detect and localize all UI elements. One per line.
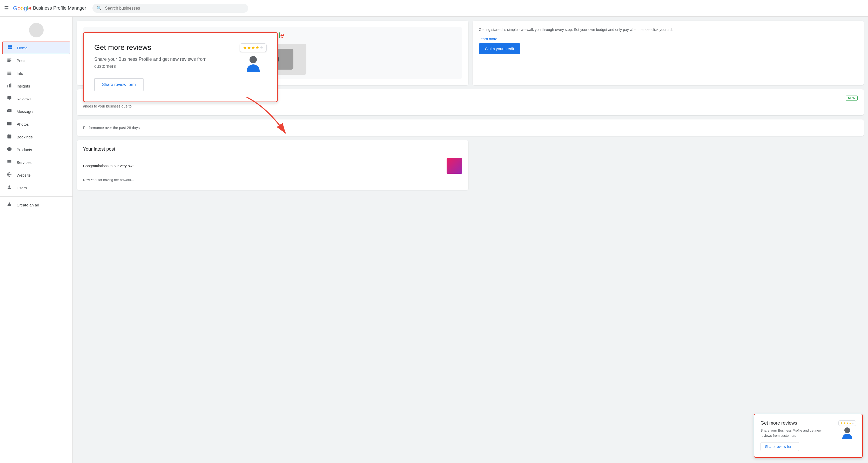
svg-rect-8 <box>7 71 11 72</box>
avatar <box>29 23 43 37</box>
svg-rect-4 <box>7 58 11 59</box>
share-review-form-button-small[interactable]: Share review form <box>761 442 799 451</box>
svg-rect-23 <box>7 160 11 161</box>
app-header: ☰ Google Business Profile Manager 🔍 <box>0 0 868 17</box>
person-icon-large <box>245 56 261 72</box>
app-title: Business Profile Manager <box>33 5 86 11</box>
svg-rect-24 <box>7 161 11 162</box>
svg-rect-7 <box>7 61 11 62</box>
menu-icon[interactable]: ☰ <box>4 5 9 11</box>
svg-rect-0 <box>8 45 10 47</box>
search-icon: 🔍 <box>97 6 102 11</box>
sidebar-item-home[interactable]: Home <box>2 41 70 54</box>
person-head <box>250 56 257 63</box>
ads-description: Getting started is simple - we walk you … <box>479 27 858 32</box>
bookings-icon <box>6 134 12 140</box>
star-2: ★ <box>247 45 251 50</box>
svg-rect-11 <box>7 74 11 75</box>
latest-post-title: Your latest post <box>83 147 462 152</box>
person-head-small <box>844 427 850 433</box>
main-content: Google 🔍 Mo's Diner ▶ Getting start <box>73 17 868 463</box>
small-star-4: ★ <box>849 422 851 425</box>
svg-point-18 <box>8 123 9 124</box>
sidebar-item-posts[interactable]: Posts <box>0 54 72 67</box>
google-wordmark: Google <box>13 5 31 12</box>
post-text-2: New York for having her artwork... <box>83 178 462 182</box>
sidebar-item-website[interactable]: Website <box>0 169 72 182</box>
sidebar-item-photos[interactable]: Photos <box>0 118 72 131</box>
reviews-small-description: Share your Business Profile and get new … <box>761 428 833 438</box>
sidebar-item-users[interactable]: Users <box>0 182 72 194</box>
messages-icon <box>6 108 12 115</box>
svg-rect-6 <box>7 60 11 61</box>
sidebar-label-website: Website <box>17 173 31 177</box>
reviews-icon <box>6 96 12 102</box>
info-icon <box>6 70 12 76</box>
svg-rect-14 <box>10 84 11 88</box>
insights-icon <box>6 83 12 89</box>
svg-rect-22 <box>7 136 11 136</box>
reviews-card-small: Get more reviews Share your Business Pro… <box>754 414 863 458</box>
person-body-small <box>842 434 852 439</box>
sidebar-label-reviews: Reviews <box>17 97 31 101</box>
sidebar-label-create-ad: Create an ad <box>17 203 39 207</box>
sidebar-label-info: Info <box>17 71 23 75</box>
sidebar-item-create-ad[interactable]: Create an ad <box>0 199 72 211</box>
right-content <box>472 140 864 190</box>
create-ad-icon <box>6 202 12 208</box>
covid-text: anges to your business due to <box>83 103 160 109</box>
performance-section: Performance over the past 28 days <box>77 119 864 136</box>
sidebar-item-bookings[interactable]: Bookings <box>0 131 72 143</box>
svg-rect-3 <box>10 48 12 49</box>
photos-icon <box>6 121 12 127</box>
products-icon <box>6 147 12 153</box>
claim-credit-button[interactable]: Claim your credit <box>479 43 521 54</box>
ads-learn-more-link[interactable]: Learn more <box>479 37 497 41</box>
star-1: ★ <box>243 45 247 50</box>
post-text-1: Congratulations to our very own <box>83 164 442 168</box>
sidebar-label-services: Services <box>17 160 32 165</box>
share-review-form-button-large[interactable]: Share review form <box>94 78 144 91</box>
sidebar-item-services[interactable]: Services <box>0 156 72 169</box>
sidebar-item-messages[interactable]: Messages <box>0 105 72 118</box>
sidebar-label-insights: Insights <box>17 84 30 88</box>
small-star-2: ★ <box>843 422 846 425</box>
services-icon <box>6 159 12 166</box>
person-body <box>247 64 260 72</box>
small-star-1: ★ <box>840 422 843 425</box>
search-bar[interactable]: 🔍 <box>92 4 248 13</box>
search-input[interactable] <box>105 6 244 11</box>
person-icon-small: ★ ★ ★ ★ ★ <box>838 421 856 439</box>
sidebar-label-posts: Posts <box>17 58 27 63</box>
small-star-3: ★ <box>846 422 848 425</box>
svg-rect-12 <box>7 85 8 87</box>
post-item-2: New York for having her artwork... <box>83 176 462 184</box>
posts-icon <box>6 57 12 64</box>
svg-point-29 <box>8 185 10 187</box>
star-5: ★ <box>260 45 263 50</box>
sidebar-item-products[interactable]: Products <box>0 143 72 156</box>
sidebar-item-reviews[interactable]: Reviews <box>0 92 72 105</box>
sidebar: Home Posts Info Insights <box>0 17 73 463</box>
post-name-2: New York for having her artwork... <box>83 178 462 182</box>
stars-bubble-small: ★ ★ ★ ★ ★ <box>838 421 856 426</box>
svg-rect-15 <box>7 96 11 99</box>
small-star-5: ★ <box>851 422 854 425</box>
svg-rect-5 <box>7 59 11 60</box>
stars-bubble-large: ★ ★ ★ ★ ★ <box>240 43 267 52</box>
reviews-card-small-content: Get more reviews Share your Business Pro… <box>761 421 833 451</box>
svg-rect-10 <box>7 73 11 74</box>
post-name-1: Congratulations to our very own <box>83 164 442 168</box>
users-icon <box>6 185 12 191</box>
svg-rect-13 <box>9 84 10 88</box>
sidebar-item-insights[interactable]: Insights <box>0 80 72 92</box>
latest-post-card: Your latest post Congratulations to our … <box>77 140 468 190</box>
performance-label: Performance over the past 28 days <box>83 123 858 133</box>
svg-marker-16 <box>8 99 10 100</box>
sidebar-item-info[interactable]: Info <box>0 67 72 80</box>
reviews-small-title: Get more reviews <box>761 421 833 426</box>
svg-marker-30 <box>7 202 12 206</box>
main-layout: Home Posts Info Insights <box>0 17 868 463</box>
sidebar-label-home: Home <box>17 46 28 50</box>
post-item-1: Congratulations to our very own <box>83 156 462 176</box>
